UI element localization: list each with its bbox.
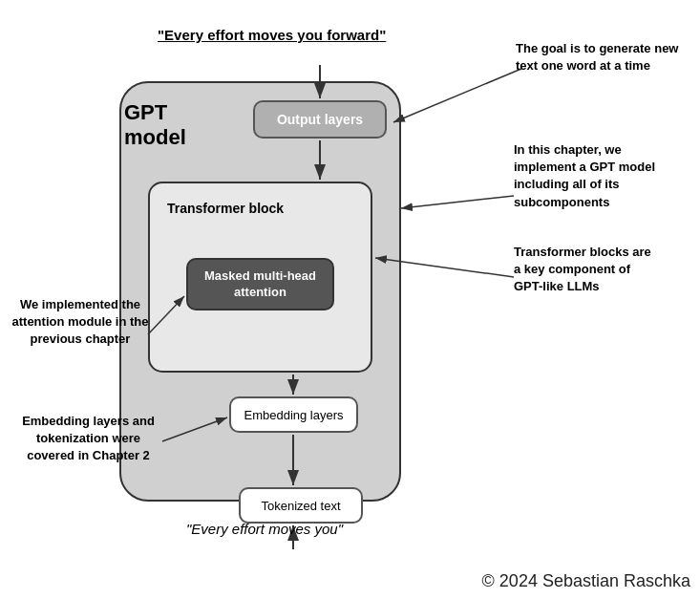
annot-left-mid: We implemented theattention module in th… — [10, 296, 151, 349]
annot-mid-right-2: Transformer blocks area key component of… — [514, 244, 690, 296]
copyright: © 2024 Sebastian Raschka — [482, 571, 690, 591]
gpt-label: GPT model — [124, 100, 186, 151]
top-quote-bold: forward — [327, 27, 379, 43]
attention-label: Masked multi-headattention — [204, 268, 316, 301]
attention-box: Masked multi-headattention — [186, 258, 334, 310]
output-layers-label: Output layers — [277, 112, 363, 127]
svg-line-7 — [393, 69, 521, 122]
transformer-block-label: Transformer block — [167, 201, 284, 216]
embedding-layers-box: Embedding layers — [229, 396, 358, 433]
diagram: "Every effort moves you forward" GPT mod… — [0, 0, 700, 599]
output-layers-box: Output layers — [253, 100, 387, 139]
annot-mid-right-1: In this chapter, weimplement a GPT model… — [514, 141, 690, 211]
annot-top-right: The goal is to generate new text one wor… — [516, 40, 692, 75]
annot-bottom-left: Embedding layers andtokenization werecov… — [14, 413, 162, 465]
top-quote-prefix: "Every effort moves you — [158, 27, 327, 43]
top-quote: "Every effort moves you forward" — [158, 27, 386, 43]
bottom-quote: "Every effort moves you" — [186, 521, 343, 537]
svg-line-8 — [401, 196, 514, 208]
top-quote-suffix: " — [379, 27, 386, 43]
tokenized-text-label: Tokenized text — [261, 499, 340, 513]
tokenized-text-box: Tokenized text — [239, 487, 363, 524]
embedding-layers-label: Embedding layers — [244, 408, 343, 422]
